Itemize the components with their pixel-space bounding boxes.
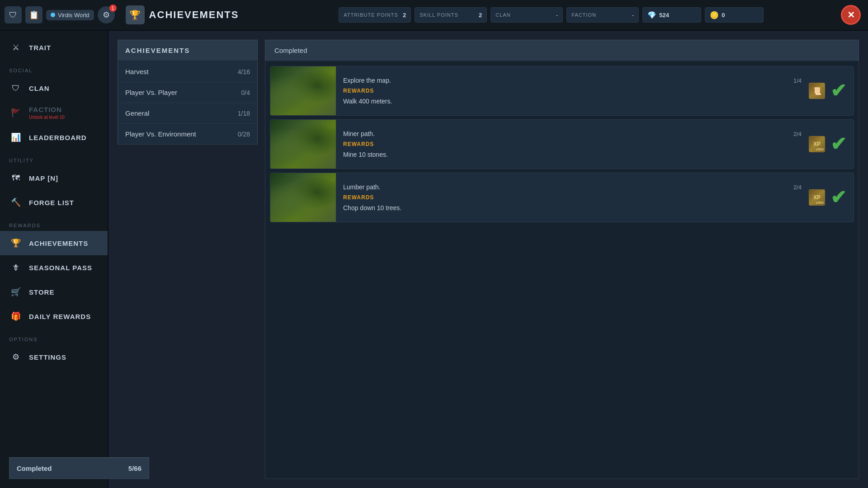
category-general-count: 1/18: [238, 110, 250, 117]
achievement-img-lumber: [270, 173, 336, 222]
xp-label-miner: XP: [813, 141, 821, 147]
map-icon: 🗺: [9, 171, 23, 185]
category-general-name: General: [125, 109, 149, 117]
world-tab[interactable]: Virdis World: [46, 10, 94, 20]
achievement-rewards-label-explore[interactable]: REWARDS: [343, 88, 802, 94]
achievement-title-miner: Miner path.: [343, 130, 375, 137]
trait-icon: ⚔: [9, 41, 23, 54]
achievement-title-row-explore: Explore the map. 1/4: [343, 77, 802, 84]
category-harvest[interactable]: Harvest 4/16: [118, 61, 258, 82]
achievement-right-miner: XP x500 ✔: [809, 135, 854, 154]
currency2-box: 🪙 0: [705, 7, 764, 23]
sidebar-label-daily-rewards: DAILY REWARDS: [29, 313, 91, 320]
sidebar-section-utility: UTILITY: [0, 150, 108, 166]
achievements-title-icon: 🏆: [126, 5, 145, 24]
world-name: Virdis World: [58, 12, 90, 19]
achievement-content-miner: Miner path. 2/4 REWARDS Mine 10 stones.: [336, 125, 809, 164]
forge-icon: 🔨: [9, 196, 23, 209]
checkmark-explore: ✔: [830, 81, 846, 100]
achievement-rewards-label-miner[interactable]: REWARDS: [343, 141, 802, 147]
sidebar-item-store[interactable]: 🛒 STORE: [0, 280, 108, 304]
achievement-card-miner: Miner path. 2/4 REWARDS Mine 10 stones. …: [270, 119, 854, 169]
sidebar-item-clan[interactable]: 🛡 CLAN: [0, 76, 108, 100]
sidebar-label-achievements: ACHIEVEMENTS: [29, 239, 88, 247]
xp-amount-miner: x500: [816, 147, 824, 151]
currency1-value: 524: [659, 12, 669, 19]
completed-panel-body: Explore the map. 1/4 REWARDS Walk 400 me…: [265, 61, 859, 479]
category-general[interactable]: General 1/18: [118, 103, 258, 124]
clan-box[interactable]: CLAN -: [491, 7, 563, 23]
sidebar: ⚔ TRAIT SOCIAL 🛡 CLAN 🚩 FACTION Unlock a…: [0, 31, 108, 488]
category-harvest-name: Harvest: [125, 68, 149, 75]
achievement-progress-miner: 2/4: [793, 131, 802, 137]
settings-icon: ⚙: [9, 350, 23, 364]
forest-thumbnail-explore: [270, 66, 336, 116]
achievement-content-explore: Explore the map. 1/4 REWARDS Walk 400 me…: [336, 71, 809, 110]
page-title: ACHIEVEMENTS: [149, 9, 239, 21]
faction-box[interactable]: FACTION -: [566, 7, 639, 23]
sidebar-item-settings[interactable]: ⚙ SETTINGS: [0, 345, 108, 369]
achievement-right-lumber: XP x500 ✔: [809, 188, 854, 207]
sidebar-section-rewards: REWARDS: [0, 215, 108, 231]
category-pvp[interactable]: Player Vs. Player 0/4: [118, 82, 258, 103]
attribute-points-value: 2: [403, 12, 406, 19]
daily-rewards-icon: 🎁: [9, 310, 23, 323]
scroll-icon[interactable]: 📋: [25, 6, 42, 23]
completed-footer-label: Completed: [17, 465, 52, 472]
achievement-img-explore: [270, 66, 336, 116]
sidebar-item-leaderboard[interactable]: 📊 LEADERBOARD: [0, 125, 108, 150]
skill-points-value: 2: [479, 12, 482, 19]
settings-button[interactable]: ⚙ 1: [98, 6, 115, 23]
right-panel: Completed Explore the map. 1/4 REWARDS W…: [265, 40, 859, 479]
achievements-icon: 🏆: [9, 236, 23, 250]
achievement-title-lumber: Lumber path.: [343, 183, 381, 191]
achievement-card-lumber: Lumber path. 2/4 REWARDS Chop down 10 tr…: [270, 173, 854, 222]
sidebar-item-trait[interactable]: ⚔ TRAIT: [0, 35, 108, 60]
category-harvest-count: 4/16: [238, 68, 250, 75]
close-button[interactable]: ✕: [841, 5, 861, 25]
achievement-desc-lumber: Chop down 10 trees.: [343, 204, 802, 211]
sidebar-label-store: STORE: [29, 288, 54, 296]
currency2-value: 0: [722, 12, 725, 19]
currency1-box: 💎 524: [642, 7, 701, 23]
achievement-title-explore: Explore the map.: [343, 77, 391, 84]
achievement-progress-lumber: 2/4: [793, 184, 802, 191]
forest-thumbnail-miner: [270, 119, 336, 169]
settings-badge: 1: [109, 5, 117, 12]
attribute-points-label: ATTRIBUTE POINTS: [344, 12, 399, 18]
skill-points-label: SKILL POINTS: [420, 12, 475, 18]
main-content: ACHIEVEMENTS Harvest 4/16 Player Vs. Pla…: [108, 31, 868, 488]
sidebar-item-achievements[interactable]: 🏆 ACHIEVEMENTS: [0, 231, 108, 255]
achievement-title-row-miner: Miner path. 2/4: [343, 130, 802, 137]
leaderboard-icon: 📊: [9, 131, 23, 144]
sidebar-section-social: SOCIAL: [0, 60, 108, 76]
faction-unlock-text: Unlock at level 10: [29, 115, 65, 120]
sidebar-item-forge-list[interactable]: 🔨 FORGE LIST: [0, 190, 108, 215]
page-title-area: 🏆 ACHIEVEMENTS: [126, 5, 239, 24]
top-bar-stats: ATTRIBUTE POINTS 2 SKILL POINTS 2 CLAN -…: [339, 7, 764, 23]
online-dot: [51, 13, 55, 17]
checkmark-lumber: ✔: [830, 188, 846, 207]
sidebar-item-daily-rewards[interactable]: 🎁 DAILY REWARDS: [0, 304, 108, 328]
completed-footer: Completed 5/66: [9, 457, 149, 479]
achievement-rewards-label-lumber[interactable]: REWARDS: [343, 194, 802, 201]
checkmark-miner: ✔: [830, 135, 846, 154]
faction-label: FACTION: [571, 12, 628, 18]
sidebar-item-map[interactable]: 🗺 MAP [N]: [0, 166, 108, 190]
skill-points-box: SKILL POINTS 2: [415, 7, 487, 23]
sidebar-label-leaderboard: LEADERBOARD: [29, 134, 87, 141]
achievement-title-row-lumber: Lumber path. 2/4: [343, 183, 802, 191]
sidebar-item-faction[interactable]: 🚩 FACTION Unlock at level 10: [0, 100, 108, 125]
top-bar-left: 🛡 📋 Virdis World ⚙ 1 🏆 ACHIEVEMENTS: [5, 5, 239, 24]
shield-icon[interactable]: 🛡: [5, 6, 22, 23]
achievement-content-lumber: Lumber path. 2/4 REWARDS Chop down 10 tr…: [336, 178, 809, 217]
attribute-points-box: ATTRIBUTE POINTS 2: [339, 7, 411, 23]
sidebar-label-clan: CLAN: [29, 84, 50, 92]
reward-icon-xp-lumber: XP x500: [809, 189, 825, 206]
faction-value: -: [632, 12, 634, 19]
achievement-card-explore: Explore the map. 1/4 REWARDS Walk 400 me…: [270, 66, 854, 116]
sidebar-item-seasonal-pass[interactable]: 🗡 SEASONAL PASS: [0, 255, 108, 280]
left-panel: ACHIEVEMENTS Harvest 4/16 Player Vs. Pla…: [118, 40, 258, 479]
faction-icon: 🚩: [9, 106, 23, 120]
category-pve[interactable]: Player Vs. Environment 0/28: [118, 124, 258, 145]
